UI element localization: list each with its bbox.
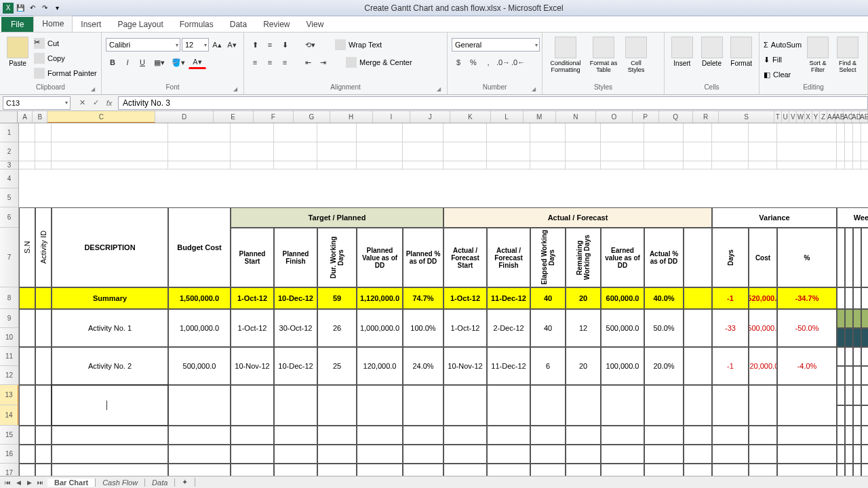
column-header[interactable]: N: [556, 111, 596, 123]
summary-cell[interactable]: -520,000.0: [749, 287, 777, 309]
cell[interactable]: [853, 123, 861, 142]
cell[interactable]: [566, 426, 601, 445]
data-cell[interactable]: -1: [712, 347, 749, 385]
summary-cell[interactable]: [684, 287, 712, 309]
cell[interactable]: [712, 161, 749, 169]
summary-cell[interactable]: 40.0%: [644, 287, 684, 309]
column-header[interactable]: Q: [659, 111, 693, 123]
cell[interactable]: [644, 426, 684, 445]
undo-icon[interactable]: ↶: [27, 3, 38, 14]
cell[interactable]: [566, 385, 601, 426]
fx-icon[interactable]: fx: [103, 97, 115, 109]
column-header[interactable]: I: [373, 111, 411, 123]
cell[interactable]: [644, 161, 684, 169]
find-select-button[interactable]: Find & Select: [834, 34, 861, 73]
cell[interactable]: [35, 385, 52, 426]
cell[interactable]: [168, 161, 231, 169]
cell[interactable]: [845, 142, 853, 161]
align-bottom-icon[interactable]: ⬇: [278, 38, 292, 52]
summary-cell[interactable]: 1,120,000.0: [357, 287, 403, 309]
cell[interactable]: [274, 445, 317, 464]
column-header[interactable]: E: [214, 111, 254, 123]
column-header[interactable]: L: [491, 111, 524, 123]
active-cell[interactable]: [52, 385, 168, 426]
data-cell[interactable]: [684, 309, 712, 347]
summary-cell[interactable]: 20: [566, 287, 601, 309]
data-cell[interactable]: -500,000.0: [749, 309, 777, 347]
font-size-combo[interactable]: 12: [182, 38, 209, 52]
cell[interactable]: [749, 426, 777, 445]
align-middle-icon[interactable]: ≡: [263, 38, 277, 52]
column-header[interactable]: P: [633, 111, 659, 123]
column-header[interactable]: H: [330, 111, 373, 123]
cell[interactable]: [487, 161, 530, 169]
summary-cell[interactable]: 10-Dec-12: [274, 287, 317, 309]
align-top-icon[interactable]: ⬆: [248, 38, 262, 52]
cell[interactable]: [837, 142, 845, 161]
cell[interactable]: [487, 142, 530, 161]
cell[interactable]: [19, 123, 35, 142]
cell[interactable]: [52, 426, 168, 445]
column-header[interactable]: C: [47, 111, 155, 123]
summary-cell[interactable]: [35, 287, 52, 309]
cell[interactable]: [566, 161, 601, 169]
new-sheet-icon[interactable]: ✦: [175, 478, 195, 487]
cell[interactable]: [566, 142, 601, 161]
conditional-formatting-button[interactable]: Conditional Formatting: [547, 34, 585, 73]
gantt-cell[interactable]: [853, 366, 861, 385]
column-header[interactable]: AE: [860, 111, 868, 123]
data-cell[interactable]: 6: [530, 347, 566, 385]
cell[interactable]: [357, 445, 403, 464]
column-header[interactable]: F: [254, 111, 294, 123]
formula-input[interactable]: Activity No. 3: [118, 96, 868, 110]
cell[interactable]: [317, 426, 357, 445]
summary-cell[interactable]: 74.7%: [403, 287, 443, 309]
data-cell[interactable]: 1-Oct-12: [231, 309, 274, 347]
enter-edit-icon[interactable]: ✓: [90, 97, 102, 109]
cell[interactable]: [644, 385, 684, 426]
data-cell[interactable]: 10-Nov-12: [231, 347, 274, 385]
column-header[interactable]: G: [294, 111, 330, 123]
column-header[interactable]: T: [774, 111, 782, 123]
cell[interactable]: [403, 385, 443, 426]
data-cell[interactable]: 12: [566, 309, 601, 347]
gantt-cell[interactable]: [837, 385, 845, 405]
summary-cell[interactable]: 59: [317, 287, 357, 309]
tab-view[interactable]: View: [298, 17, 332, 32]
cell[interactable]: [530, 161, 566, 169]
row-header[interactable]: 16: [0, 445, 18, 464]
cell[interactable]: [231, 445, 274, 464]
data-cell[interactable]: 24.0%: [403, 347, 443, 385]
data-cell[interactable]: -33: [712, 309, 749, 347]
gantt-cell[interactable]: [861, 445, 868, 464]
cell[interactable]: [168, 142, 231, 161]
cell[interactable]: [274, 161, 317, 169]
cell[interactable]: [35, 142, 52, 161]
cell[interactable]: [861, 161, 868, 169]
percent-icon[interactable]: %: [467, 56, 480, 69]
summary-cell[interactable]: 1-Oct-12: [231, 287, 274, 309]
column-header[interactable]: S: [719, 111, 774, 123]
cell[interactable]: [403, 426, 443, 445]
cell[interactable]: [853, 161, 861, 169]
data-cell[interactable]: 120,000.0: [357, 347, 403, 385]
gantt-cell[interactable]: [861, 426, 868, 445]
cell[interactable]: [19, 445, 35, 464]
gantt-cell[interactable]: [861, 405, 868, 426]
data-cell[interactable]: 40: [530, 309, 566, 347]
cell[interactable]: [487, 426, 530, 445]
data-cell[interactable]: [19, 309, 35, 347]
data-cell[interactable]: 20: [566, 347, 601, 385]
cell[interactable]: [168, 445, 231, 464]
gantt-cell[interactable]: [853, 445, 861, 464]
row-header[interactable]: 12: [0, 366, 18, 385]
gantt-cell[interactable]: [845, 287, 853, 309]
row-header[interactable]: 3: [0, 161, 18, 169]
prev-sheet-icon[interactable]: ◀: [14, 478, 23, 487]
next-sheet-icon[interactable]: ▶: [24, 478, 34, 487]
gantt-cell[interactable]: [853, 385, 861, 405]
gantt-cell[interactable]: [853, 309, 861, 328]
cell[interactable]: [231, 142, 274, 161]
gantt-cell[interactable]: [837, 366, 845, 385]
row-header[interactable]: 2: [0, 142, 18, 161]
